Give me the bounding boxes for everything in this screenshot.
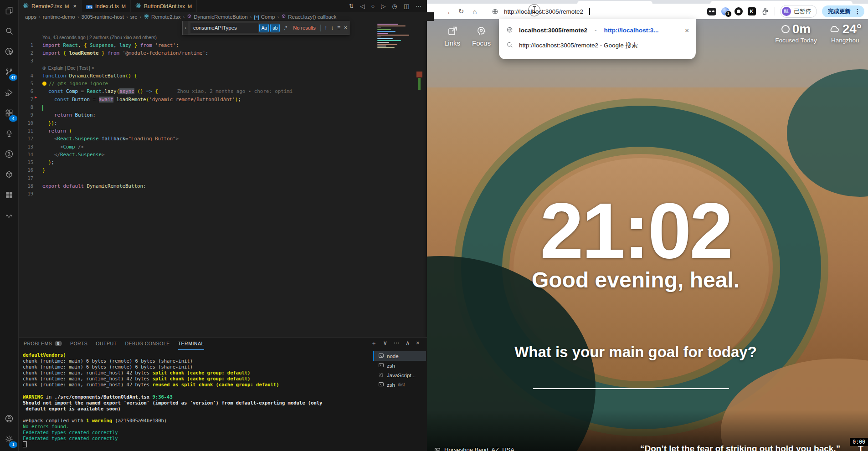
find-previous-icon[interactable]: ↑: [324, 25, 327, 31]
find-close-icon[interactable]: ×: [344, 25, 347, 31]
extension-badge-icon[interactable]: 1: [721, 7, 729, 15]
panel-tab-terminal[interactable]: TERMINAL: [178, 338, 204, 350]
match-case-toggle[interactable]: Aa: [259, 24, 269, 32]
breadcrumb-item[interactable]: Remote2.tsx: [144, 13, 181, 20]
lightbulb-icon[interactable]: [42, 82, 46, 86]
find-expand-icon[interactable]: ›: [183, 21, 188, 35]
split-editor-icon[interactable]: ◫: [404, 3, 409, 10]
grid-icon[interactable]: [0, 184, 18, 205]
cube-tool-icon[interactable]: [0, 164, 18, 184]
nav-forward-icon[interactable]: ▷: [381, 3, 385, 10]
editor-tab-index-d-ts[interactable]: TSindex.d.tsM: [82, 0, 131, 12]
editor-tab-buttonoldant-tsx[interactable]: ButtonOldAnt.tsxM: [131, 0, 197, 12]
panel-tab-debug-console[interactable]: DEBUG CONSOLE: [125, 338, 170, 349]
nav-back-icon[interactable]: ◁: [360, 3, 365, 10]
breadcrumb-item[interactable]: apps: [25, 14, 36, 20]
code-line[interactable]: 3: [18, 57, 427, 65]
remove-suggestion-icon[interactable]: ×: [685, 26, 689, 34]
goal-input[interactable]: [533, 388, 729, 389]
breadcrumb-item[interactable]: src: [130, 14, 137, 20]
search-icon[interactable]: [0, 20, 18, 41]
new-terminal-icon[interactable]: ＋: [371, 339, 377, 348]
code-line[interactable]: 10 });: [18, 119, 427, 127]
find-next-icon[interactable]: ↓: [331, 25, 334, 31]
forward-icon[interactable]: →: [441, 5, 454, 18]
code-line[interactable]: 8: [18, 103, 427, 111]
run-debug-icon[interactable]: [0, 82, 18, 102]
code-line[interactable]: 18export default DynamicRemoteButton;: [18, 182, 427, 190]
focus-widget[interactable]: Focus: [472, 26, 491, 47]
code-line[interactable]: 2import { loadRemote } from '@module-fed…: [18, 49, 427, 57]
panel-close-icon[interactable]: ×: [416, 339, 420, 348]
omnibox-suggestion[interactable]: http://localhost:3005/remote2 - Google 搜…: [499, 38, 696, 53]
explorer-icon[interactable]: [0, 0, 18, 20]
breadcrumb-item[interactable]: 3005-runtime-host: [82, 14, 124, 20]
timeline-icon[interactable]: ◷: [392, 3, 397, 10]
testing-tree-icon[interactable]: [0, 123, 18, 144]
code-line[interactable]: 19: [18, 190, 427, 198]
code-line[interactable]: 12 <React.Suspense fallback="Loading But…: [18, 135, 427, 143]
k-extension-icon[interactable]: K: [748, 7, 756, 15]
code-line[interactable]: 9 return Button;: [18, 111, 427, 119]
terminal-output[interactable]: defaultVendors)chunk (runtime: main) 6 b…: [23, 352, 370, 451]
circle-extension-icon[interactable]: [734, 7, 743, 15]
minimap[interactable]: [377, 24, 417, 51]
code-editor[interactable]: You, 43 seconds ago | 2 authors (Zhou xi…: [18, 21, 427, 350]
home-icon[interactable]: ⌂: [468, 5, 482, 18]
breadcrumb-item[interactable]: runtime-demo: [43, 14, 75, 20]
terminal-list-item-node[interactable]: node: [373, 351, 426, 361]
code-line[interactable]: 14 </React.Suspense>: [18, 151, 427, 159]
profile-paused-pill[interactable]: 航 已暂停: [780, 5, 817, 18]
account-icon[interactable]: [0, 408, 18, 429]
terminal-list-item-javascript-[interactable]: JavaScript...: [373, 370, 426, 380]
dark-extension-icon[interactable]: [707, 8, 716, 15]
compare-changes-icon[interactable]: ⇅: [349, 3, 354, 10]
regex-toggle[interactable]: .*: [281, 24, 290, 32]
whole-word-toggle[interactable]: ab: [270, 24, 280, 32]
extensions-puzzle-icon[interactable]: [761, 7, 770, 16]
code-line[interactable]: 6 const Comp = React.lazy(async () => {Z…: [18, 87, 427, 95]
terminal-list-item-zsh[interactable]: zsh: [373, 361, 426, 370]
address-bar[interactable]: http://localhost:3005/remote2: [492, 8, 590, 15]
network-circle-icon[interactable]: [0, 144, 18, 164]
code-line[interactable]: 17: [18, 174, 427, 182]
source-control-icon[interactable]: 47: [0, 62, 18, 82]
links-widget[interactable]: Links: [444, 26, 460, 47]
panel-tab-problems[interactable]: PROBLEMS8: [24, 338, 62, 349]
breadcrumb-item[interactable]: React.lazy() callback: [281, 14, 336, 20]
reload-icon[interactable]: ↻: [454, 5, 468, 18]
weather-stat[interactable]: 24° Hangzhou: [829, 22, 862, 44]
find-input[interactable]: consumeAPITypes: [190, 23, 258, 33]
more-actions-icon[interactable]: ⋯: [416, 3, 421, 10]
panel-tab-ports[interactable]: PORTS: [70, 338, 87, 349]
url-text[interactable]: http://localhost:3005/remote2: [504, 8, 583, 15]
code-line[interactable]: 15 );: [18, 159, 427, 166]
breadcrumb-item[interactable]: [≡]Comp: [254, 14, 275, 20]
omnibox-suggestion[interactable]: localhost:3005/remote2 - http://localhos…: [499, 23, 696, 38]
code-line[interactable]: 5// @ts-ignore ignore: [18, 80, 427, 87]
wave-icon[interactable]: [0, 205, 18, 226]
tab-close-icon[interactable]: ×: [73, 3, 77, 10]
photo-location[interactable]: Horseshoe Bend, AZ, USA: [434, 446, 514, 451]
panel-tab-output[interactable]: OUTPUT: [96, 338, 117, 349]
code-line[interactable]: 13 <Comp />: [18, 143, 427, 151]
terminal-dropdown-icon[interactable]: ∨: [383, 339, 387, 348]
terminal-list-item-zsh[interactable]: zshdist: [373, 380, 426, 390]
code-line[interactable]: ▶7 const Button = await loadRemote('dyna…: [18, 96, 427, 103]
editor-tab-remote2-tsx[interactable]: Remote2.tsxM×: [18, 0, 82, 12]
settings-gear-icon[interactable]: 1: [0, 429, 18, 449]
panel-maximize-icon[interactable]: ∧: [406, 339, 410, 348]
focused-today-stat[interactable]: 0m Focused Today: [775, 22, 817, 44]
nav-circle-icon[interactable]: ○: [371, 3, 375, 10]
code-line[interactable]: 4function DynamicRemoteButton() {: [18, 72, 427, 80]
extensions-icon[interactable]: 4: [0, 102, 18, 123]
code-line[interactable]: 1import React, { Suspense, lazy } from '…: [18, 41, 427, 49]
panel-more-icon[interactable]: ⋯: [393, 339, 400, 348]
code-line[interactable]: 11 return (: [18, 127, 427, 135]
browser-menu-icon[interactable]: ⋮: [854, 8, 861, 15]
code-line[interactable]: 16}: [18, 166, 427, 174]
remote-graph-icon[interactable]: [0, 41, 18, 62]
breadcrumb-item[interactable]: DynamicRemoteButton: [187, 14, 247, 20]
update-browser-pill[interactable]: 完成更新 ⋮: [822, 5, 864, 17]
find-in-selection-icon[interactable]: ≡: [337, 25, 340, 31]
